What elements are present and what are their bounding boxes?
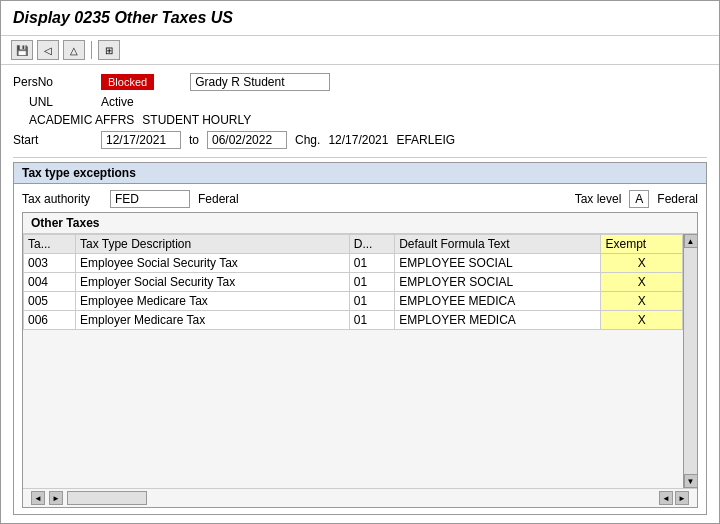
cell-d: 01 — [349, 273, 394, 292]
nav-right-button[interactable]: ► — [49, 491, 63, 505]
taxes-table: Ta... Tax Type Description D... Default … — [23, 234, 683, 330]
h-scroll-right-button[interactable]: ► — [675, 491, 689, 505]
org1-row: UNL Active — [13, 95, 707, 109]
date-row: Start 12/17/2021 to 06/02/2022 Chg. 12/1… — [13, 131, 707, 149]
start-date-field[interactable]: 12/17/2021 — [101, 131, 181, 149]
table-scroll-area: Ta... Tax Type Description D... Default … — [23, 234, 697, 488]
bottom-navigation-bar: ◄ ► ◄ ► — [23, 488, 697, 507]
table-row: 003 Employee Social Security Tax 01 EMPL… — [24, 254, 683, 273]
start-date: 12/17/2021 — [106, 133, 166, 147]
to-label: to — [189, 133, 199, 147]
toolbar: 💾 ◁ △ ⊞ — [1, 36, 719, 65]
authority-name: Federal — [198, 192, 239, 206]
content-area: PersNo Blocked Grady R Student UNL Activ… — [1, 65, 719, 523]
tax-panel: Tax type exceptions Tax authority FED Fe… — [13, 162, 707, 515]
org1-label: UNL — [13, 95, 93, 109]
col-formula: Default Formula Text — [395, 235, 601, 254]
cell-d: 01 — [349, 311, 394, 330]
main-window: Display 0235 Other Taxes US 💾 ◁ △ ⊞ Pers… — [0, 0, 720, 524]
cell-formula: EMPLOYEE SOCIAL — [395, 254, 601, 273]
tax-authority-row: Tax authority FED Federal Tax level A Fe… — [22, 190, 698, 208]
alert-button[interactable]: △ — [63, 40, 85, 60]
chg-user: EFARLEIG — [396, 133, 455, 147]
authority-code: FED — [115, 192, 139, 206]
other-taxes-panel: Other Taxes Ta... Tax Type Description D… — [22, 212, 698, 508]
scroll-down-button[interactable]: ▼ — [684, 474, 698, 488]
table-row: 006 Employer Medicare Tax 01 EMPLOYER ME… — [24, 311, 683, 330]
cell-description: Employee Medicare Tax — [75, 292, 349, 311]
cell-exempt: X — [601, 273, 683, 292]
cell-ta: 004 — [24, 273, 76, 292]
cell-d: 01 — [349, 292, 394, 311]
tax-level-name: Federal — [657, 192, 698, 206]
nav-left-button[interactable]: ◄ — [31, 491, 45, 505]
save-icon: 💾 — [16, 45, 28, 56]
blocked-badge: Blocked — [101, 74, 154, 90]
persno-label: PersNo — [13, 75, 93, 89]
vertical-scrollbar[interactable]: ▲ ▼ — [683, 234, 697, 488]
col-description: Tax Type Description — [75, 235, 349, 254]
start-label: Start — [13, 133, 93, 147]
employee-name: Grady R Student — [195, 75, 284, 89]
cell-formula: EMPLOYER MEDICA — [395, 311, 601, 330]
cell-exempt: X — [601, 311, 683, 330]
tax-level-label: Tax level — [575, 192, 622, 206]
col-ta: Ta... — [24, 235, 76, 254]
cell-exempt: X — [601, 254, 683, 273]
other-taxes-header: Other Taxes — [23, 213, 697, 234]
cell-ta: 005 — [24, 292, 76, 311]
org2-label: ACADEMIC AFFRS — [13, 113, 134, 127]
h-scroll-left-button[interactable]: ◄ — [659, 491, 673, 505]
org1-status: Active — [101, 95, 134, 109]
chg-date: 12/17/2021 — [328, 133, 388, 147]
col-d: D... — [349, 235, 394, 254]
table-header-row: Ta... Tax Type Description D... Default … — [24, 235, 683, 254]
end-date-field[interactable]: 06/02/2022 — [207, 131, 287, 149]
col-exempt: Exempt — [601, 235, 683, 254]
employee-name-field: Grady R Student — [190, 73, 330, 91]
grid-icon: ⊞ — [105, 45, 113, 56]
tax-level-code-field[interactable]: A — [629, 190, 649, 208]
scroll-up-button[interactable]: ▲ — [684, 234, 698, 248]
persno-row: PersNo Blocked Grady R Student — [13, 73, 707, 91]
horizontal-scroll-indicator[interactable] — [67, 491, 147, 505]
toolbar-separator — [91, 41, 92, 59]
alert-icon: △ — [70, 45, 78, 56]
cell-exempt: X — [601, 292, 683, 311]
save-button[interactable]: 💾 — [11, 40, 33, 60]
form-section: PersNo Blocked Grady R Student UNL Activ… — [13, 73, 707, 158]
cell-description: Employee Social Security Tax — [75, 254, 349, 273]
back-icon: ◁ — [44, 45, 52, 56]
cell-formula: EMPLOYER SOCIAL — [395, 273, 601, 292]
org2-value: STUDENT HOURLY — [142, 113, 251, 127]
cell-description: Employer Medicare Tax — [75, 311, 349, 330]
page-title: Display 0235 Other Taxes US — [13, 9, 707, 27]
end-date: 06/02/2022 — [212, 133, 272, 147]
tax-level-code: A — [635, 192, 643, 206]
authority-code-field[interactable]: FED — [110, 190, 190, 208]
cell-ta: 006 — [24, 311, 76, 330]
table-scroll: Ta... Tax Type Description D... Default … — [23, 234, 683, 488]
tax-panel-content: Tax authority FED Federal Tax level A Fe… — [14, 184, 706, 514]
authority-label: Tax authority — [22, 192, 102, 206]
title-bar: Display 0235 Other Taxes US — [1, 1, 719, 36]
cell-description: Employer Social Security Tax — [75, 273, 349, 292]
cell-ta: 003 — [24, 254, 76, 273]
table-row: 004 Employer Social Security Tax 01 EMPL… — [24, 273, 683, 292]
table-row: 005 Employee Medicare Tax 01 EMPLOYEE ME… — [24, 292, 683, 311]
scroll-track — [684, 248, 697, 474]
h-scrollbar-right: ◄ ► — [659, 491, 689, 505]
back-button[interactable]: ◁ — [37, 40, 59, 60]
org2-row: ACADEMIC AFFRS STUDENT HOURLY — [13, 113, 707, 127]
grid-button[interactable]: ⊞ — [98, 40, 120, 60]
tax-panel-header: Tax type exceptions — [14, 163, 706, 184]
chg-label: Chg. — [295, 133, 320, 147]
cell-formula: EMPLOYEE MEDICA — [395, 292, 601, 311]
cell-d: 01 — [349, 254, 394, 273]
